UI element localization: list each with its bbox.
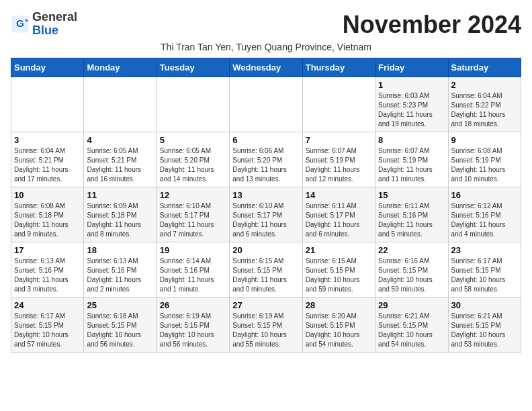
day-number: 12 (160, 190, 226, 200)
calendar-cell: 3Sunrise: 6:04 AM Sunset: 5:21 PM Daylig… (11, 132, 84, 187)
weekday-header-wednesday: Wednesday (230, 58, 302, 77)
day-info: Sunrise: 6:16 AM Sunset: 5:15 PM Dayligh… (378, 257, 445, 294)
logo-icon: G (11, 15, 30, 34)
day-number: 16 (451, 190, 518, 200)
day-number: 11 (87, 190, 153, 200)
calendar-cell: 30Sunrise: 6:21 AM Sunset: 5:15 PM Dayli… (448, 298, 521, 353)
weekday-header-saturday: Saturday (448, 58, 521, 77)
subtitle: Thi Tran Tan Yen, Tuyen Quang Province, … (11, 42, 521, 52)
calendar-table: SundayMondayTuesdayWednesdayThursdayFrid… (11, 58, 521, 353)
calendar-cell (84, 77, 157, 132)
day-number: 10 (14, 190, 81, 200)
calendar-cell: 14Sunrise: 6:11 AM Sunset: 5:17 PM Dayli… (302, 187, 375, 242)
day-info: Sunrise: 6:05 AM Sunset: 5:20 PM Dayligh… (160, 146, 226, 184)
day-number: 6 (232, 135, 299, 145)
day-number: 3 (14, 135, 81, 145)
calendar-week-5: 24Sunrise: 6:17 AM Sunset: 5:15 PM Dayli… (11, 298, 521, 353)
day-info: Sunrise: 6:19 AM Sunset: 5:15 PM Dayligh… (232, 312, 299, 349)
day-number: 18 (87, 245, 153, 255)
day-info: Sunrise: 6:21 AM Sunset: 5:15 PM Dayligh… (378, 312, 445, 349)
calendar-cell: 23Sunrise: 6:17 AM Sunset: 5:15 PM Dayli… (448, 242, 521, 298)
day-number: 8 (378, 135, 445, 145)
day-number: 24 (14, 300, 81, 310)
day-info: Sunrise: 6:09 AM Sunset: 5:18 PM Dayligh… (87, 201, 153, 239)
calendar-cell: 10Sunrise: 6:08 AM Sunset: 5:18 PM Dayli… (11, 187, 84, 242)
day-number: 20 (232, 245, 299, 255)
calendar-cell (11, 77, 84, 132)
calendar-cell: 29Sunrise: 6:21 AM Sunset: 5:15 PM Dayli… (375, 298, 448, 353)
day-info: Sunrise: 6:11 AM Sunset: 5:16 PM Dayligh… (378, 201, 445, 239)
weekday-header-thursday: Thursday (302, 58, 375, 77)
day-info: Sunrise: 6:18 AM Sunset: 5:15 PM Dayligh… (87, 312, 153, 349)
day-info: Sunrise: 6:08 AM Sunset: 5:19 PM Dayligh… (451, 146, 518, 184)
day-number: 28 (306, 300, 372, 310)
logo-blue-text: Blue (32, 24, 58, 37)
day-number: 19 (160, 245, 226, 255)
calendar-cell: 7Sunrise: 6:07 AM Sunset: 5:19 PM Daylig… (302, 132, 375, 187)
day-info: Sunrise: 6:13 AM Sunset: 5:16 PM Dayligh… (14, 257, 81, 294)
calendar-cell: 12Sunrise: 6:10 AM Sunset: 5:17 PM Dayli… (157, 187, 229, 242)
calendar-cell: 9Sunrise: 6:08 AM Sunset: 5:19 PM Daylig… (448, 132, 521, 187)
day-info: Sunrise: 6:05 AM Sunset: 5:21 PM Dayligh… (87, 146, 153, 184)
day-info: Sunrise: 6:04 AM Sunset: 5:21 PM Dayligh… (14, 146, 81, 184)
page-header: G General Blue November 2024 (11, 11, 521, 39)
calendar-cell: 5Sunrise: 6:05 AM Sunset: 5:20 PM Daylig… (157, 132, 229, 187)
day-info: Sunrise: 6:15 AM Sunset: 5:15 PM Dayligh… (232, 257, 299, 294)
day-info: Sunrise: 6:14 AM Sunset: 5:16 PM Dayligh… (160, 257, 226, 294)
day-number: 23 (451, 245, 518, 255)
calendar-cell: 11Sunrise: 6:09 AM Sunset: 5:18 PM Dayli… (84, 187, 157, 242)
day-number: 7 (306, 135, 372, 145)
calendar-week-4: 17Sunrise: 6:13 AM Sunset: 5:16 PM Dayli… (11, 242, 521, 298)
day-number: 14 (306, 190, 372, 200)
calendar-cell (157, 77, 229, 132)
day-number: 5 (160, 135, 226, 145)
logo: G General Blue (11, 11, 77, 38)
calendar-cell: 16Sunrise: 6:12 AM Sunset: 5:16 PM Dayli… (448, 187, 521, 242)
weekday-header-sunday: Sunday (11, 58, 84, 77)
day-info: Sunrise: 6:11 AM Sunset: 5:17 PM Dayligh… (306, 201, 372, 239)
calendar-week-3: 10Sunrise: 6:08 AM Sunset: 5:18 PM Dayli… (11, 187, 521, 242)
calendar-cell: 28Sunrise: 6:20 AM Sunset: 5:15 PM Dayli… (302, 298, 375, 353)
day-number: 26 (160, 300, 226, 310)
day-info: Sunrise: 6:20 AM Sunset: 5:15 PM Dayligh… (306, 312, 372, 349)
calendar-cell: 18Sunrise: 6:13 AM Sunset: 5:16 PM Dayli… (84, 242, 157, 298)
day-info: Sunrise: 6:15 AM Sunset: 5:15 PM Dayligh… (306, 257, 372, 294)
day-number: 17 (14, 245, 81, 255)
day-info: Sunrise: 6:12 AM Sunset: 5:16 PM Dayligh… (451, 201, 518, 239)
day-number: 4 (87, 135, 153, 145)
day-number: 1 (378, 80, 445, 90)
day-info: Sunrise: 6:07 AM Sunset: 5:19 PM Dayligh… (378, 146, 445, 184)
day-info: Sunrise: 6:10 AM Sunset: 5:17 PM Dayligh… (232, 201, 299, 239)
calendar-cell: 27Sunrise: 6:19 AM Sunset: 5:15 PM Dayli… (230, 298, 302, 353)
weekday-header-tuesday: Tuesday (157, 58, 229, 77)
day-info: Sunrise: 6:03 AM Sunset: 5:23 PM Dayligh… (378, 91, 445, 129)
day-number: 13 (232, 190, 299, 200)
day-info: Sunrise: 6:17 AM Sunset: 5:15 PM Dayligh… (14, 312, 81, 349)
calendar-cell: 13Sunrise: 6:10 AM Sunset: 5:17 PM Dayli… (230, 187, 302, 242)
day-number: 25 (87, 300, 153, 310)
calendar-cell: 20Sunrise: 6:15 AM Sunset: 5:15 PM Dayli… (230, 242, 302, 298)
calendar-cell: 15Sunrise: 6:11 AM Sunset: 5:16 PM Dayli… (375, 187, 448, 242)
weekday-header-friday: Friday (375, 58, 448, 77)
day-number: 22 (378, 245, 445, 255)
calendar-cell: 8Sunrise: 6:07 AM Sunset: 5:19 PM Daylig… (375, 132, 448, 187)
calendar-week-2: 3Sunrise: 6:04 AM Sunset: 5:21 PM Daylig… (11, 132, 521, 187)
weekday-header-row: SundayMondayTuesdayWednesdayThursdayFrid… (11, 58, 521, 77)
weekday-header-monday: Monday (84, 58, 157, 77)
day-info: Sunrise: 6:10 AM Sunset: 5:17 PM Dayligh… (160, 201, 226, 239)
calendar-cell: 24Sunrise: 6:17 AM Sunset: 5:15 PM Dayli… (11, 298, 84, 353)
calendar-cell: 25Sunrise: 6:18 AM Sunset: 5:15 PM Dayli… (84, 298, 157, 353)
calendar-cell: 2Sunrise: 6:04 AM Sunset: 5:22 PM Daylig… (448, 77, 521, 132)
day-info: Sunrise: 6:04 AM Sunset: 5:22 PM Dayligh… (451, 91, 518, 129)
day-number: 2 (451, 80, 518, 90)
calendar-cell: 26Sunrise: 6:19 AM Sunset: 5:15 PM Dayli… (157, 298, 229, 353)
calendar-cell: 21Sunrise: 6:15 AM Sunset: 5:15 PM Dayli… (302, 242, 375, 298)
month-title: November 2024 (343, 11, 521, 39)
day-number: 21 (306, 245, 372, 255)
day-info: Sunrise: 6:08 AM Sunset: 5:18 PM Dayligh… (14, 201, 81, 239)
calendar-cell (230, 77, 302, 132)
svg-text:G: G (16, 17, 24, 29)
day-info: Sunrise: 6:19 AM Sunset: 5:15 PM Dayligh… (160, 312, 226, 349)
day-info: Sunrise: 6:06 AM Sunset: 5:20 PM Dayligh… (232, 146, 299, 184)
day-number: 29 (378, 300, 445, 310)
